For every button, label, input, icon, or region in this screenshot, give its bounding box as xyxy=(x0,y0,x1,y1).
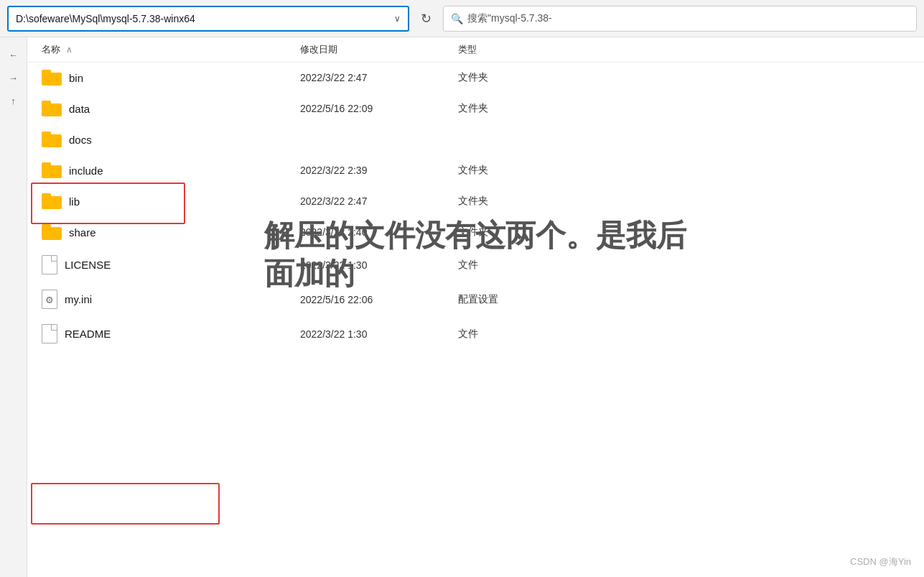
file-name-text: my.ini xyxy=(65,293,92,305)
col-name-header[interactable]: 名称 ∧ xyxy=(42,43,300,56)
file-name-text: lib xyxy=(69,195,80,208)
file-date-cell: 2022/3/22 1:30 xyxy=(300,328,458,340)
table-row[interactable]: LICENSE 2022/3/22 1:30 文件 xyxy=(27,248,924,282)
file-icon xyxy=(42,324,57,343)
file-name-cell: README xyxy=(42,324,300,343)
config-file-icon xyxy=(42,290,57,309)
file-type-cell: 文件夹 xyxy=(458,102,602,115)
file-date-cell: 2022/3/22 2:47 xyxy=(300,72,458,83)
file-date-cell: 2022/5/16 22:06 xyxy=(300,294,458,305)
address-path: D:\sofeware\MySql\mysql-5.7.38-winx64 xyxy=(16,13,388,24)
file-type-cell: 配置设置 xyxy=(458,293,602,306)
table-row[interactable]: include 2022/3/22 2:39 文件夹 xyxy=(27,155,924,186)
file-date-cell: 2022/3/22 2:47 xyxy=(300,195,458,207)
folder-icon xyxy=(42,101,62,116)
table-row[interactable]: bin 2022/3/22 2:47 文件夹 xyxy=(27,63,924,93)
left-nav: ← → ↑ xyxy=(0,37,27,577)
file-type-cell: 文件夹 xyxy=(458,71,602,84)
file-name-text: README xyxy=(65,328,111,340)
refresh-button[interactable]: ↻ xyxy=(415,8,437,29)
file-name-text: bin xyxy=(69,72,83,84)
folder-icon xyxy=(42,131,62,147)
main-content: ← → ↑ 名称 ∧ 修改日期 类型 bin 2022/3/22 2:47 文件… xyxy=(0,37,924,577)
watermark: CSDN @海Yin xyxy=(850,555,911,568)
file-name-cell: my.ini xyxy=(42,290,300,309)
file-name-cell: share xyxy=(42,224,300,240)
table-row[interactable]: my.ini 2022/5/16 22:06 配置设置 xyxy=(27,282,924,317)
file-date-cell: 2022/3/22 2:40 xyxy=(300,226,458,238)
file-type-cell: 文件 xyxy=(458,328,602,341)
sort-indicator: ∧ xyxy=(66,45,73,55)
file-name-cell: lib xyxy=(42,193,300,209)
table-row[interactable]: lib 2022/3/22 2:47 文件夹 xyxy=(27,186,924,217)
search-bar[interactable]: 🔍 搜索"mysql-5.7.38- xyxy=(443,6,917,32)
file-list: 名称 ∧ 修改日期 类型 bin 2022/3/22 2:47 文件夹 data… xyxy=(27,37,924,577)
file-name-cell: data xyxy=(42,101,300,116)
address-bar: D:\sofeware\MySql\mysql-5.7.38-winx64 ∨ … xyxy=(0,0,924,37)
file-date-cell: 2022/5/16 22:09 xyxy=(300,103,458,114)
file-name-text: data xyxy=(69,103,90,115)
file-name-cell: LICENSE xyxy=(42,255,300,274)
folder-icon xyxy=(42,224,62,240)
folder-icon xyxy=(42,193,62,209)
col-date-header[interactable]: 修改日期 xyxy=(300,43,458,56)
file-name-cell: bin xyxy=(42,70,300,86)
file-type-cell: 文件夹 xyxy=(458,164,602,177)
file-icon xyxy=(42,255,57,274)
myini-file-highlight xyxy=(31,483,220,525)
column-headers: 名称 ∧ 修改日期 类型 xyxy=(27,37,924,63)
nav-up-icon[interactable]: ↑ xyxy=(4,91,24,111)
file-type-cell: 文件夹 xyxy=(458,195,602,208)
col-type-header[interactable]: 类型 xyxy=(458,43,602,56)
file-name-text: LICENSE xyxy=(65,259,111,271)
nav-forward-icon[interactable]: → xyxy=(4,68,24,88)
file-type-cell: 文件夹 xyxy=(458,226,602,239)
nav-back-icon[interactable]: ← xyxy=(4,45,24,65)
address-input[interactable]: D:\sofeware\MySql\mysql-5.7.38-winx64 ∨ xyxy=(7,6,409,32)
file-name-text: share xyxy=(69,226,96,239)
folder-icon xyxy=(42,70,62,86)
table-row[interactable]: README 2022/3/22 1:30 文件 xyxy=(27,317,924,351)
table-row[interactable]: docs xyxy=(27,124,924,155)
file-name-text: docs xyxy=(69,134,92,146)
file-date-cell: 2022/3/22 2:39 xyxy=(300,165,458,176)
table-row[interactable]: share 2022/3/22 2:40 文件夹 xyxy=(27,217,924,248)
file-type-cell: 文件 xyxy=(458,259,602,272)
search-icon: 🔍 xyxy=(451,13,463,24)
search-text: 搜索"mysql-5.7.38- xyxy=(467,12,552,25)
file-date-cell: 2022/3/22 1:30 xyxy=(300,259,458,271)
table-row[interactable]: data 2022/5/16 22:09 文件夹 xyxy=(27,93,924,124)
file-name-cell: include xyxy=(42,162,300,178)
folder-icon xyxy=(42,162,62,178)
file-name-text: include xyxy=(69,165,103,177)
dropdown-chevron-icon[interactable]: ∨ xyxy=(394,14,401,24)
file-name-cell: docs xyxy=(42,131,300,147)
